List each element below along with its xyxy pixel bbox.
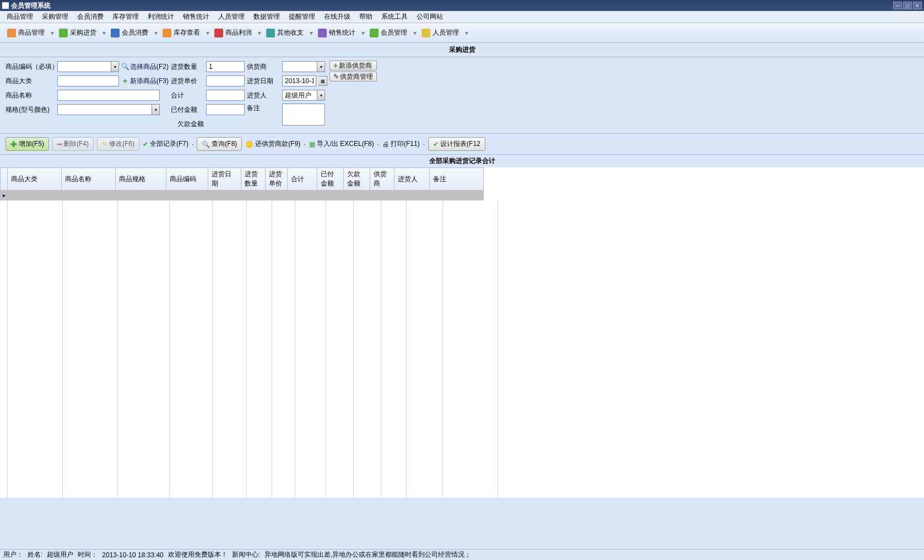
operator-dropdown[interactable]: ▾ [317, 90, 325, 101]
repay-link[interactable]: 🪙还供货商款(F9) [245, 139, 300, 149]
col-name[interactable]: 商品名称 [62, 168, 116, 191]
close-button[interactable]: × [913, 2, 922, 9]
toolbar-sales-stats[interactable]: 销售统计 [313, 25, 360, 40]
product-code-dropdown[interactable]: ▾ [111, 61, 119, 72]
menu-personnel[interactable]: 人员管理 [214, 11, 249, 23]
col-total[interactable]: 合计 [288, 168, 317, 191]
toolbar-inventory[interactable]: 库存查看 [158, 25, 205, 40]
menu-website[interactable]: 公司网站 [412, 11, 447, 23]
toolbar-personnel[interactable]: 人员管理 [417, 25, 464, 40]
excel-link[interactable]: ▦导入/出 EXCEL(F8) [309, 139, 374, 149]
menu-data[interactable]: 数据管理 [249, 11, 284, 23]
add-button[interactable]: ✚增加(F5) [6, 137, 49, 151]
toolbar-separator: ▾ [465, 26, 468, 40]
titlebar: 会员管理系统 ─ □ × [0, 0, 924, 11]
person-icon [422, 29, 430, 37]
separator: · [423, 140, 425, 148]
category-input[interactable] [57, 75, 119, 86]
menu-upgrade[interactable]: 在线升级 [320, 11, 355, 23]
add-supplier-button[interactable]: +新添供货商 [329, 61, 377, 70]
money-icon [266, 29, 275, 37]
table-body-empty [0, 200, 924, 498]
col-category[interactable]: 商品大类 [8, 168, 62, 191]
toolbar-other-income[interactable]: 其他收支 [261, 25, 309, 40]
date-label: 进货日期 [247, 77, 280, 86]
menu-purchase[interactable]: 采购管理 [37, 11, 73, 23]
row-indicator: ▸ [1, 191, 8, 200]
toolbar-profit[interactable]: 商品利润 [209, 25, 257, 40]
unit-price-input[interactable] [206, 75, 245, 86]
modify-button[interactable]: ✎修改(F6) [97, 137, 139, 151]
toolbar-purchase[interactable]: 采购进货 [54, 25, 101, 40]
col-spec[interactable]: 商品规格 [116, 168, 166, 191]
product-name-input[interactable] [57, 90, 160, 101]
form-panel: 商品编码（必填） ▾ 🔍选择商品(F2) 商品大类 +新添商品(F3) 商品名称… [0, 57, 924, 134]
product-code-input[interactable] [57, 61, 111, 72]
table-title: 全部采购进货记录合计 [0, 155, 924, 167]
menu-member-consume[interactable]: 会员消费 [73, 11, 108, 23]
print-link[interactable]: 🖨打印(F11) [382, 139, 420, 149]
pencil-icon: ✎ [102, 140, 107, 148]
query-button[interactable]: 🔍查询(F8) [197, 137, 242, 151]
toolbar-product-mgmt[interactable]: 商品管理 [2, 25, 50, 40]
btn-label: 修改(F6) [109, 139, 134, 149]
operator-label: 进货人 [247, 91, 280, 100]
col-date[interactable]: 进货日期 [208, 168, 241, 191]
menu-tools[interactable]: 系统工具 [377, 11, 412, 23]
col-remark[interactable]: 备注 [430, 168, 484, 191]
printer-icon: 🖨 [382, 140, 389, 148]
remark-input[interactable] [282, 104, 325, 126]
manage-supplier-button[interactable]: ✎供货商管理 [329, 72, 377, 81]
menu-reminder[interactable]: 提醒管理 [284, 11, 320, 23]
paid-input[interactable] [206, 104, 245, 115]
unit-price-label: 进货单价 [171, 77, 204, 86]
toolbar-label: 会员消费 [122, 28, 148, 37]
link-label: 还供货商款(F9) [255, 139, 300, 149]
search-icon: 🔍 [202, 140, 210, 148]
supplier-label: 供货商 [247, 62, 280, 72]
design-report-button[interactable]: ✔设计报表(F12 [428, 137, 485, 151]
minimize-button[interactable]: ─ [893, 2, 902, 9]
col-supplier[interactable]: 供货商 [370, 168, 395, 191]
menu-sales[interactable]: 销售统计 [179, 11, 214, 23]
toolbar-label: 采购进货 [70, 28, 96, 37]
menu-product[interactable]: 商品管理 [2, 11, 37, 23]
supplier-dropdown[interactable]: ▾ [317, 61, 325, 72]
action-bar: ✚增加(F5) ━删除(F4) ✎修改(F6) ✔全部记录(F7) · 🔍查询(… [0, 134, 924, 155]
col-paid[interactable]: 已付金额 [317, 168, 344, 191]
menu-profit[interactable]: 利润统计 [143, 11, 179, 23]
stats-icon [318, 29, 327, 37]
col-owed[interactable]: 欠款金额 [344, 168, 370, 191]
spec-input[interactable] [57, 104, 152, 115]
qty-input[interactable] [206, 61, 245, 72]
supplier-input[interactable] [282, 61, 317, 72]
toolbar-label: 会员管理 [381, 28, 407, 37]
plus-icon: ✚ [10, 140, 17, 148]
col-code[interactable]: 商品编码 [166, 168, 208, 191]
table-row[interactable]: ▸ [1, 191, 484, 200]
select-product-button[interactable]: 🔍选择商品(F2) [121, 62, 169, 72]
col-price[interactable]: 进货单价 [266, 168, 288, 191]
menu-help[interactable]: 帮助 [355, 11, 377, 23]
add-product-button[interactable]: +新添商品(F3) [121, 77, 169, 86]
window-controls: ─ □ × [893, 2, 922, 9]
date-picker-button[interactable]: ▦ [318, 76, 327, 86]
operator-input[interactable] [282, 90, 317, 101]
toolbar-label: 商品管理 [18, 28, 45, 37]
menu-inventory[interactable]: 库存管理 [108, 11, 143, 23]
paid-label: 已付金额 [171, 105, 204, 115]
toolbar-label: 库存查看 [174, 28, 200, 37]
col-qty[interactable]: 进货数量 [241, 168, 266, 191]
spec-dropdown[interactable]: ▾ [152, 104, 160, 115]
delete-button[interactable]: ━删除(F4) [52, 137, 94, 151]
maximize-button[interactable]: □ [903, 2, 912, 9]
date-input[interactable] [282, 75, 316, 86]
owed-label: 欠款金额 [171, 119, 204, 129]
toolbar-member-mgmt[interactable]: 会员管理 [365, 25, 412, 40]
total-input[interactable] [206, 90, 245, 101]
member-icon [111, 29, 120, 37]
btn-label: 查询(F8) [212, 139, 237, 149]
toolbar-member-consume[interactable]: 会员消费 [106, 25, 153, 40]
col-operator[interactable]: 进货人 [395, 168, 430, 191]
all-records-link[interactable]: ✔全部记录(F7) [143, 139, 188, 149]
